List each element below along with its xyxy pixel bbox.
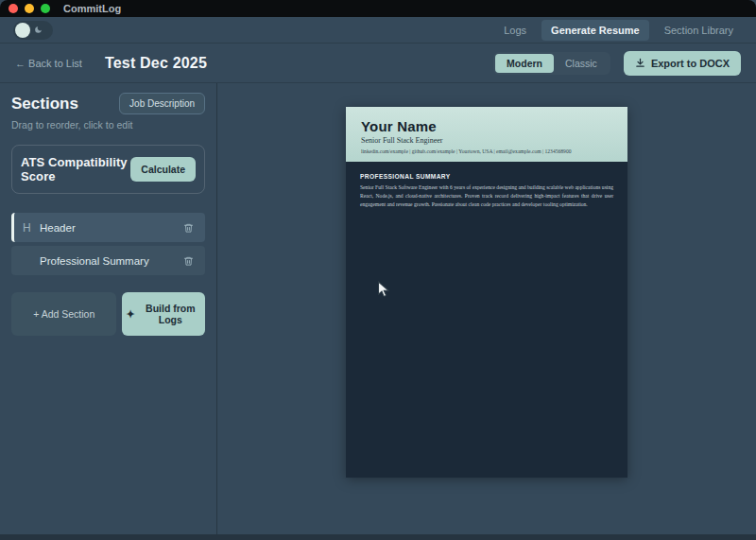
theme-toggle[interactable] bbox=[13, 21, 53, 40]
section-label: Header bbox=[40, 222, 181, 234]
toggle-knob bbox=[15, 23, 30, 38]
section-prefix: H bbox=[23, 221, 31, 235]
window-title: CommitLog bbox=[63, 3, 121, 14]
resume-summary-heading: PROFESSIONAL SUMMARY bbox=[360, 173, 613, 180]
template-modern-button[interactable]: Modern bbox=[495, 54, 554, 73]
section-item-professional-summary[interactable]: Professional Summary bbox=[11, 246, 205, 275]
minimize-button[interactable] bbox=[25, 4, 34, 13]
nav-section-library[interactable]: Section Library bbox=[655, 20, 743, 41]
app-window: CommitLog Logs Generate Resume Section L… bbox=[0, 0, 756, 540]
sidebar-title: Sections bbox=[11, 95, 78, 113]
export-docx-button[interactable]: Export to DOCX bbox=[624, 51, 741, 76]
resume-header-band: Your Name Senior Full Stack Engineer lin… bbox=[346, 107, 627, 162]
page-header: ← Back to List Test Dec 2025 Modern Clas… bbox=[0, 44, 756, 83]
zoom-button[interactable] bbox=[41, 4, 50, 13]
window-bottom-edge bbox=[0, 534, 756, 540]
resume-contact-line: linkedin.com/example | github.com/exampl… bbox=[361, 148, 612, 154]
ats-score-label: ATS Compatibility Score bbox=[21, 155, 130, 183]
export-label: Export to DOCX bbox=[651, 58, 730, 69]
template-classic-button[interactable]: Classic bbox=[554, 54, 609, 73]
build-from-logs-button[interactable]: ✦ Build from Logs bbox=[122, 292, 205, 336]
nav-logs[interactable]: Logs bbox=[494, 20, 536, 41]
build-from-logs-label: Build from Logs bbox=[140, 303, 201, 325]
job-description-button[interactable]: Job Description bbox=[119, 93, 205, 114]
top-navigation: Logs Generate Resume Section Library bbox=[494, 20, 743, 41]
moon-icon bbox=[34, 26, 43, 34]
resume-role: Senior Full Stack Engineer bbox=[361, 136, 612, 145]
add-section-button[interactable]: + Add Section bbox=[11, 292, 116, 336]
download-icon bbox=[635, 58, 645, 68]
template-switcher: Modern Classic bbox=[493, 52, 610, 75]
back-arrow-icon: ← bbox=[15, 58, 26, 69]
back-label: Back to List bbox=[28, 58, 82, 69]
section-list: H Header Professional Summary bbox=[11, 213, 205, 275]
topbar: Logs Generate Resume Section Library bbox=[0, 17, 756, 44]
delete-section-icon[interactable] bbox=[181, 253, 196, 269]
sparkles-icon: ✦ bbox=[126, 309, 134, 320]
resume-body: PROFESSIONAL SUMMARY Senior Full Stack S… bbox=[346, 162, 627, 220]
resume-preview-area: Your Name Senior Full Stack Engineer lin… bbox=[217, 83, 756, 534]
traffic-lights bbox=[9, 4, 50, 13]
back-to-list-link[interactable]: ← Back to List bbox=[15, 58, 82, 69]
delete-section-icon[interactable] bbox=[181, 220, 196, 235]
resume-name: Your Name bbox=[361, 118, 612, 134]
page-header-actions: Modern Classic Export to DOCX bbox=[493, 51, 741, 76]
sidebar-actions: + Add Section ✦ Build from Logs bbox=[11, 292, 205, 336]
ats-score-card: ATS Compatibility Score Calculate bbox=[11, 145, 205, 194]
sections-sidebar: Sections Job Description Drag to reorder… bbox=[0, 83, 217, 534]
nav-generate-resume[interactable]: Generate Resume bbox=[541, 20, 649, 41]
section-item-header[interactable]: H Header bbox=[11, 213, 205, 242]
content-area: Sections Job Description Drag to reorder… bbox=[0, 83, 756, 534]
titlebar: CommitLog bbox=[0, 0, 756, 17]
section-label: Professional Summary bbox=[40, 255, 181, 267]
resume-page: Your Name Senior Full Stack Engineer lin… bbox=[346, 107, 627, 478]
reorder-hint: Drag to reorder, click to edit bbox=[11, 119, 205, 131]
page-title: Test Dec 2025 bbox=[105, 55, 207, 72]
close-button[interactable] bbox=[9, 4, 18, 13]
resume-summary-text: Senior Full Stack Software Engineer with… bbox=[360, 183, 613, 209]
calculate-button[interactable]: Calculate bbox=[130, 157, 196, 182]
